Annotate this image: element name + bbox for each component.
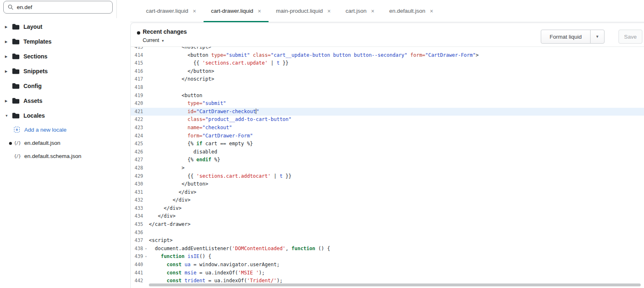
code-line-426[interactable]: 426 disabled [131,148,644,156]
tree-item-en-default-schema-json[interactable]: {/}en.default.schema.json [0,149,116,163]
tree-folder-config[interactable]: Config [0,79,116,93]
line-number: 427 [131,156,143,164]
line-number: 433 [131,204,143,213]
tab-en-default-json-5[interactable]: en.default.json× [382,0,440,22]
code-line-440[interactable]: 440 const ua = window.navigator.userAgen… [131,261,644,269]
folder-icon [12,53,19,59]
code-line-434[interactable]: 434 </div> [131,212,644,221]
fold-gutter [143,269,149,277]
code-line-435[interactable]: 435</cart-drawer> [131,221,644,229]
code-line-437[interactable]: 437<script> [131,237,644,245]
code-text: const msie = ua.indexOf('MSIE '); [149,269,265,277]
save-button[interactable]: Save [619,30,642,44]
fold-toggle-icon[interactable]: ▾ [143,245,149,253]
code-line-433[interactable]: 433 </div> [131,204,644,213]
code-line-414[interactable]: 414 <button type="submit" class="cart__u… [131,51,644,60]
token: </button> [149,68,214,74]
chevron-down-icon: ▼ [595,35,599,39]
code-editor[interactable]: 413 <noscript>414 <button type="submit" … [131,47,644,288]
file-search-box[interactable] [3,1,113,14]
tree-item-add-a-new-locale[interactable]: +Add a new locale [0,123,116,136]
token [149,262,167,267]
line-number: 423 [131,124,143,132]
code-line-420[interactable]: 420 type="submit" [131,100,644,108]
code-text: <button type="submit" class="cart__updat… [149,51,479,60]
token: () { [315,246,330,251]
code-line-439[interactable]: 439▾ function isIE() { [131,253,644,261]
tab-cart-drawer-liquid-2[interactable]: cart-drawer.liquid× [204,0,269,22]
code-line-438[interactable]: 438▾ document.addEventListener('DOMConte… [131,245,644,253]
code-line-441[interactable]: 441 const msie = ua.indexOf('MSIE '); [131,269,644,277]
code-line-425[interactable]: 425 {% if cart == empty %} [131,140,644,148]
format-options-dropdown-button[interactable]: ▼ [590,30,605,44]
code-line-429[interactable]: 429 {{ 'sections.cart.addtocart' | t }} [131,172,644,181]
close-icon[interactable]: × [327,8,331,14]
chevron-right-icon[interactable]: ▶ [5,40,12,44]
tree-folder-layout[interactable]: ▶Layout [0,19,116,34]
code-line-419[interactable]: 419 <button [131,92,644,100]
tree-folder-locales[interactable]: ▼Locales [0,108,116,123]
tab-cart-json-4[interactable]: cart.json× [338,0,382,22]
fold-toggle-icon[interactable]: ▾ [143,253,149,261]
token: 'sections.cart.addtocart' [197,173,271,179]
close-icon[interactable]: × [430,8,433,14]
line-number: 439 [131,253,143,261]
fold-gutter [143,47,149,51]
chevron-down-icon[interactable]: ▼ [5,114,12,118]
tree-folder-snippets[interactable]: ▶Snippets [0,64,116,79]
tab-main-product-liquid-3[interactable]: main-product.liquid× [269,0,338,22]
line-number: 421 [131,108,143,116]
chevron-right-icon[interactable]: ▶ [5,25,12,29]
version-dropdown[interactable]: Current▼ [143,37,164,43]
line-number: 432 [131,196,143,204]
code-line-422[interactable]: 422 class="product__add-to-cart-button" [131,116,644,124]
fold-gutter [143,164,149,172]
code-line-421[interactable]: 421 id="CartDrawer-checkout" [131,108,644,116]
close-icon[interactable]: × [371,8,374,14]
code-line-436[interactable]: 436 [131,229,644,237]
tree-folder-assets[interactable]: ▶Assets [0,93,116,108]
code-text: </cart-drawer> [149,221,190,229]
code-text: {{ 'sections.cart.update' | t }} [149,59,289,67]
code-text: {% if cart == empty %} [149,140,253,148]
line-number: 438 [131,245,143,253]
code-line-428[interactable]: 428 > [131,164,644,172]
search-input[interactable] [17,4,108,10]
chevron-right-icon[interactable]: ▶ [5,99,12,103]
code-line-432[interactable]: 432 </div> [131,196,644,204]
code-line-415[interactable]: 415 {{ 'sections.cart.update' | t }} [131,59,644,67]
code-text: </div> [149,188,197,197]
tab-cart-drawer-liquid-1[interactable]: cart-drawer.liquid× [139,0,204,22]
token: isIE [188,253,199,259]
code-line-424[interactable]: 424 form="CartDrawer-Form" [131,132,644,140]
scrollbar-thumb[interactable] [149,283,641,286]
tree-item-en-default-json[interactable]: {/}en.default.json [0,136,116,149]
toolbar-buttons: Format liquid ▼ Save [541,30,642,44]
plus-icon: + [14,127,20,132]
close-icon[interactable]: × [258,8,261,14]
tree-folder-sections[interactable]: ▶Sections [0,49,116,64]
horizontal-scrollbar[interactable] [149,283,641,287]
format-liquid-button[interactable]: Format liquid [541,30,591,44]
close-icon[interactable]: × [193,8,196,14]
token: "CartDrawer-checkout [197,109,256,114]
fold-gutter [143,67,149,76]
code-line-431[interactable]: 431 </div> [131,188,644,197]
code-line-418[interactable]: 418 [131,84,644,92]
code-text: <button [149,92,202,100]
code-line-423[interactable]: 423 name="checkout" [131,124,644,132]
code-line-416[interactable]: 416 </button> [131,67,644,76]
tree-folder-templates[interactable]: ▶Templates [0,34,116,49]
folder-label: Layout [23,23,42,30]
code-line-430[interactable]: 430 </button> [131,180,644,188]
token: <button [149,93,202,98]
chevron-right-icon[interactable]: ▶ [5,70,12,73]
chevron-right-icon[interactable]: ▶ [5,55,12,58]
code-file-icon: {/} [14,140,21,145]
code-line-413[interactable]: 413 <noscript> [131,47,644,51]
folder-icon [12,39,19,44]
code-line-417[interactable]: 417 </noscript> [131,75,644,84]
code-line-427[interactable]: 427 {% endif %} [131,156,644,164]
file-label: en.default.schema.json [24,153,81,159]
fold-gutter [143,124,149,132]
